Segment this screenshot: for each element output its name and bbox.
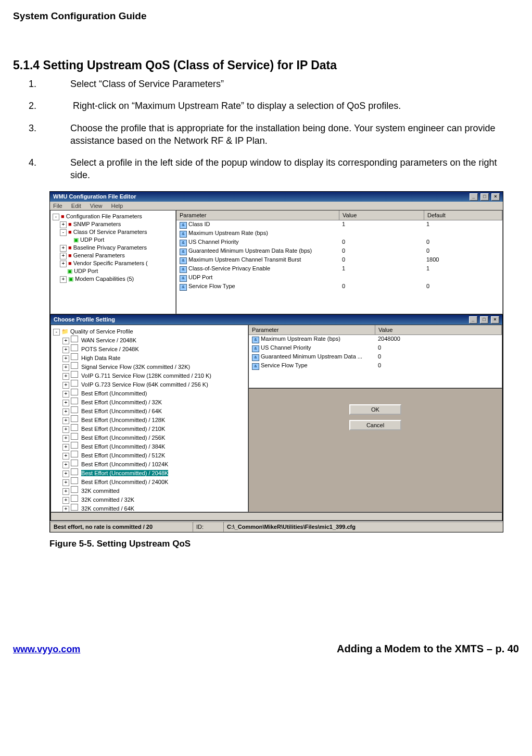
profile-item[interactable]: + Best Effort (Uncommitted) / 2400K — [53, 477, 246, 486]
status-path: C:\_Common\MikeR\Utilities\Files\mic1_39… — [223, 522, 503, 532]
profile-item[interactable]: + WAN Service / 2048K — [53, 336, 246, 344]
table-row[interactable]: &Class-of-Service Privacy Enable11 — [176, 265, 502, 274]
config-tree[interactable]: -■ Configuration File Parameters +■ SNMP… — [50, 210, 176, 314]
table-row[interactable]: &Service Flow Type00 — [176, 282, 502, 291]
close-icon[interactable]: × — [491, 193, 500, 201]
profile-item[interactable]: + Best Effort (Uncommitted) / 210K — [53, 424, 246, 433]
main-window: WMU Configuration File Editor _ □ × File… — [49, 191, 503, 532]
profile-title: Choose Profile Setting — [54, 316, 115, 323]
profile-item[interactable]: + Best Effort (Uncommitted) / 64K — [53, 406, 246, 415]
profile-item[interactable]: + Best Effort (Uncommitted) — [53, 389, 246, 398]
col-parameter[interactable]: Parameter — [249, 325, 375, 334]
status-id-label: ID: — [193, 522, 223, 532]
profile-item[interactable]: + VoIP G.723 Service Flow (64K committed… — [53, 380, 246, 389]
table-row[interactable]: &Maximum Upstream Rate (bps) — [176, 229, 502, 238]
profile-item[interactable]: + High Data Rate — [53, 353, 246, 362]
horizontal-scrollbar[interactable] — [50, 512, 502, 520]
col-value[interactable]: Value — [375, 325, 502, 334]
close-icon[interactable]: × — [491, 316, 499, 324]
profile-window-controls[interactable]: _ □ × — [468, 316, 499, 324]
param-table[interactable]: Parameter Value Default &Class ID11&Maxi… — [176, 210, 503, 314]
profile-item[interactable]: + Best Effort (Uncommitted) / 128K — [53, 415, 246, 424]
ok-button[interactable]: OK — [349, 404, 401, 415]
step-4: 4.Select a profile in the left side of t… — [49, 156, 519, 182]
empty-panel: OK Cancel — [248, 388, 502, 512]
statusbar: Best effort, no rate is committed / 20 I… — [50, 521, 503, 532]
profile-item[interactable]: + Best Effort (Uncommitted) / 384K — [53, 442, 246, 451]
figure-caption: Figure 5-5. Setting Upstream QoS — [49, 539, 519, 549]
minimize-icon[interactable]: _ — [470, 193, 478, 201]
footer-url[interactable]: www.vyyo.com — [13, 644, 80, 655]
table-row[interactable]: &Class ID11 — [176, 220, 502, 229]
section-title: Setting Upstream QoS (Class of Service) … — [43, 58, 337, 72]
col-value[interactable]: Value — [339, 210, 424, 220]
profile-item[interactable]: + 32K committed / 32K — [53, 495, 246, 504]
profile-titlebar[interactable]: Choose Profile Setting _ □ × — [50, 315, 502, 325]
table-row[interactable]: &Maximum Upstream Rate (bps)2048000 — [249, 335, 502, 344]
table-row[interactable]: &US Channel Priority0 — [249, 344, 502, 353]
profile-param-table[interactable]: Parameter Value &Maximum Upstream Rate (… — [248, 325, 502, 388]
profile-tree[interactable]: -📁 Quality of Service Profile + WAN Serv… — [50, 325, 248, 512]
col-default[interactable]: Default — [424, 210, 502, 220]
table-row[interactable]: &UDP Port — [176, 274, 502, 282]
menu-help[interactable]: Help — [111, 203, 123, 209]
menubar[interactable]: File Edit View Help — [50, 202, 503, 210]
minimize-icon[interactable]: _ — [469, 316, 477, 324]
profile-item[interactable]: + Best Effort (Uncommitted) / 512K — [53, 451, 246, 460]
menu-file[interactable]: File — [53, 203, 62, 209]
section-heading: 5.1.4 Setting Upstream QoS (Class of Ser… — [13, 58, 519, 72]
page-footer: www.vyyo.com Adding a Modem to the XMTS … — [13, 643, 519, 655]
table-row[interactable]: &Guaranteed Minimum Upstream Data Rate (… — [176, 247, 502, 256]
profile-item[interactable]: + Signal Service Flow (32K committed / 3… — [53, 362, 246, 371]
table-row[interactable]: &US Channel Priority00 — [176, 238, 502, 247]
profile-item[interactable]: + Best Effort (Uncommitted) / 32K — [53, 398, 246, 406]
profile-window: Choose Profile Setting _ □ × -📁 Quality … — [50, 314, 503, 521]
window-controls[interactable]: _ □ × — [468, 193, 500, 201]
table-row[interactable]: &Service Flow Type0 — [249, 362, 502, 370]
maximize-icon[interactable]: □ — [480, 316, 488, 324]
maximize-icon[interactable]: □ — [480, 193, 489, 201]
profile-item[interactable]: + Best Effort (Uncommitted) / 1024K — [53, 460, 246, 468]
col-parameter[interactable]: Parameter — [176, 210, 339, 220]
cancel-button[interactable]: Cancel — [349, 420, 401, 430]
profile-item[interactable]: + Best Effort (Uncommitted) / 256K — [53, 433, 246, 442]
profile-item[interactable]: + 32K committed — [53, 486, 246, 495]
status-left: Best effort, no rate is committed / 20 — [50, 522, 193, 532]
step-1: 1.Select “Class of Service Parameters” — [49, 78, 519, 90]
steps-list: 1.Select “Class of Service Parameters” 2… — [49, 78, 519, 182]
section-number: 5.1.4 — [13, 58, 40, 72]
footer-page: Adding a Modem to the XMTS – p. 40 — [337, 643, 519, 655]
running-header: System Configuration Guide — [13, 10, 519, 22]
menu-view[interactable]: View — [90, 203, 103, 209]
table-row[interactable]: &Maximum Upstream Channel Transmit Burst… — [176, 256, 502, 265]
profile-item[interactable]: + Best Effort (Uncommitted) / 2048K — [53, 468, 246, 477]
step-2: 2. Right-click on “Maximum Upstream Rate… — [49, 100, 519, 112]
main-titlebar[interactable]: WMU Configuration File Editor _ □ × — [50, 192, 503, 202]
menu-edit[interactable]: Edit — [71, 203, 81, 209]
step-3: 3.Choose the profile that is appropriate… — [49, 122, 519, 147]
screenshot: WMU Configuration File Editor _ □ × File… — [49, 191, 519, 532]
main-title: WMU Configuration File Editor — [53, 193, 136, 200]
profile-item[interactable]: + VoIP G.711 Service Flow (128K committe… — [53, 371, 246, 380]
table-row[interactable]: &Guaranteed Minimum Upstream Data ...0 — [249, 353, 502, 362]
profile-item[interactable]: + POTS Service / 2048K — [53, 344, 246, 353]
profile-item[interactable]: + 32K committed / 64K — [53, 504, 246, 512]
